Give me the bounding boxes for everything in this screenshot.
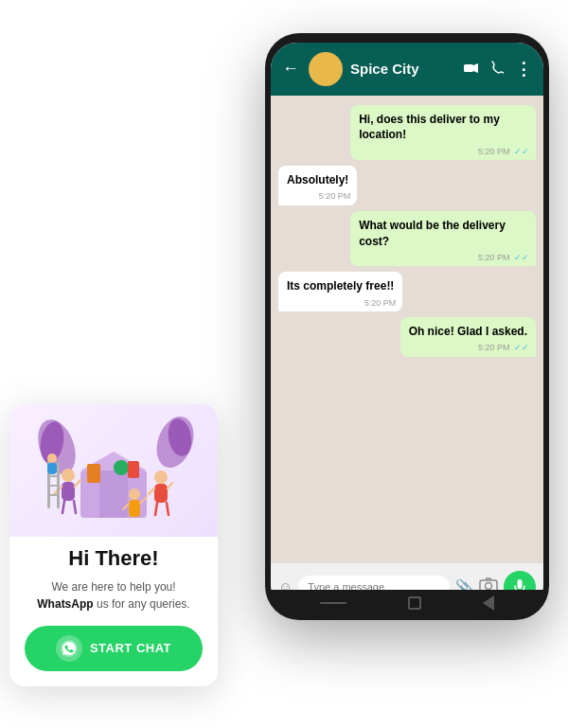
msg-time-1: 5:20 PM ✓✓ [478,146,529,158]
start-chat-label: START CHAT [90,641,171,655]
svg-line-34 [168,483,172,488]
home-nav-indicator [320,602,346,604]
widget-illustration [9,404,218,537]
svg-point-37 [129,488,140,500]
contact-name: Spice City [350,61,456,77]
back-nav[interactable] [483,595,494,611]
whatsapp-widget-card: Hi There! We are here to help you! Whats… [9,404,218,686]
svg-rect-27 [47,485,60,487]
svg-line-22 [74,501,76,513]
message-5: Oh nice! Glad I asked. 5:20 PM ✓✓ [400,317,536,357]
svg-marker-1 [473,63,478,73]
svg-point-3 [486,583,492,590]
msg-time-3: 5:20 PM ✓✓ [478,252,529,264]
back-arrow-icon[interactable]: ← [282,59,299,79]
svg-line-33 [149,488,154,494]
contact-avatar [309,52,343,86]
svg-rect-4 [518,579,523,589]
video-call-icon[interactable] [464,62,479,77]
widget-body: Hi There! We are here to help you! Whats… [9,537,218,671]
message-1: Hi, does this deliver to my location! 5:… [350,105,536,161]
whatsapp-logo-icon [56,635,82,662]
message-3: What would be the delivery cost? 5:20 PM… [350,211,536,267]
svg-point-17 [62,469,75,482]
widget-description: We are here to help you! WhatsApp us for… [25,578,203,613]
msg-time-4: 5:20 PM [364,297,397,310]
header-icons: ⋮ [464,59,532,80]
widget-title: Hi There! [25,546,203,571]
svg-rect-26 [47,475,60,477]
menu-icon[interactable]: ⋮ [515,59,532,80]
msg-ticks-3: ✓✓ [514,253,529,262]
svg-line-36 [167,503,169,515]
msg-ticks-5: ✓✓ [514,343,529,352]
svg-rect-30 [47,463,57,474]
msg-ticks-1: ✓✓ [514,147,529,156]
msg-time-5: 5:20 PM ✓✓ [478,342,529,354]
svg-point-15 [114,460,129,475]
svg-rect-38 [129,500,140,517]
scene: ← Spice City ⋮ [9,14,559,715]
svg-rect-0 [464,64,473,72]
svg-rect-18 [62,482,75,501]
msg-time-2: 5:20 PM [319,190,351,203]
phone-screen: ← Spice City ⋮ [271,43,543,611]
phone-nav-bar [271,590,543,616]
svg-rect-16 [128,461,139,478]
message-2: Absolutely! 5:20 PM [278,166,357,205]
svg-point-31 [154,471,168,484]
svg-line-35 [155,503,157,515]
message-4: Its completely free!! 5:20 PM [278,272,402,311]
svg-rect-13 [99,471,128,518]
svg-rect-14 [87,464,100,483]
svg-point-29 [47,453,57,463]
phone-call-icon[interactable] [490,61,504,77]
svg-line-20 [75,480,80,487]
svg-rect-32 [154,484,168,503]
phone-device: ← Spice City ⋮ [265,33,549,620]
whatsapp-header: ← Spice City ⋮ [271,43,543,96]
svg-rect-28 [47,494,60,496]
chat-area: Hi, does this deliver to my location! 5:… [271,96,543,563]
start-chat-button[interactable]: START CHAT [25,626,203,671]
svg-line-21 [62,501,64,513]
recent-apps-nav[interactable] [408,596,421,610]
